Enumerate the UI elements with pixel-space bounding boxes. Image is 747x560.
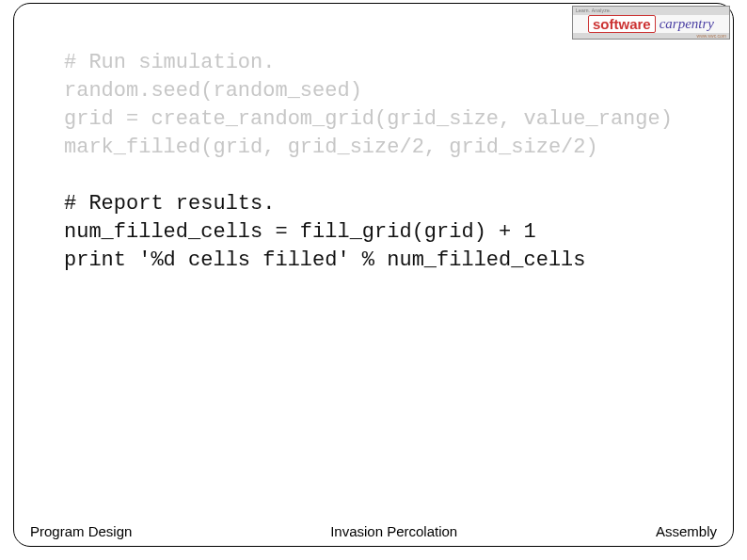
code-line-3: grid = create_random_grid(grid_size, val… [64,107,673,131]
code-line-6: num_filled_cells = fill_grid(grid) + 1 [64,220,536,244]
code-line-7: print '%d cells filled' % num_filled_cel… [64,248,586,272]
code-block: # Run simulation. random.seed(random_see… [64,49,719,275]
logo-carpentry-text: carpentry [660,16,714,32]
code-line-1: # Run simulation. [64,51,275,74]
code-line-5: # Report results. [64,192,275,216]
footer-right: Assembly [656,523,717,539]
software-carpentry-logo: Learn. Analyze. software carpentry www.s… [572,6,730,40]
logo-main: software carpentry [573,15,729,33]
code-line-2: random.seed(random_seed) [64,79,362,103]
footer: Program Design Invasion Percolation Asse… [30,523,717,539]
slide: Learn. Analyze. software carpentry www.s… [0,0,747,560]
code-line-4: mark_filled(grid, grid_size/2, grid_size… [64,136,598,159]
logo-bottom-strip: www.swc.com [573,33,729,40]
footer-left: Program Design [30,523,132,539]
logo-software-text: software [588,15,656,33]
footer-center: Invasion Percolation [330,523,457,539]
logo-top-strip: Learn. Analyze. [573,7,729,15]
